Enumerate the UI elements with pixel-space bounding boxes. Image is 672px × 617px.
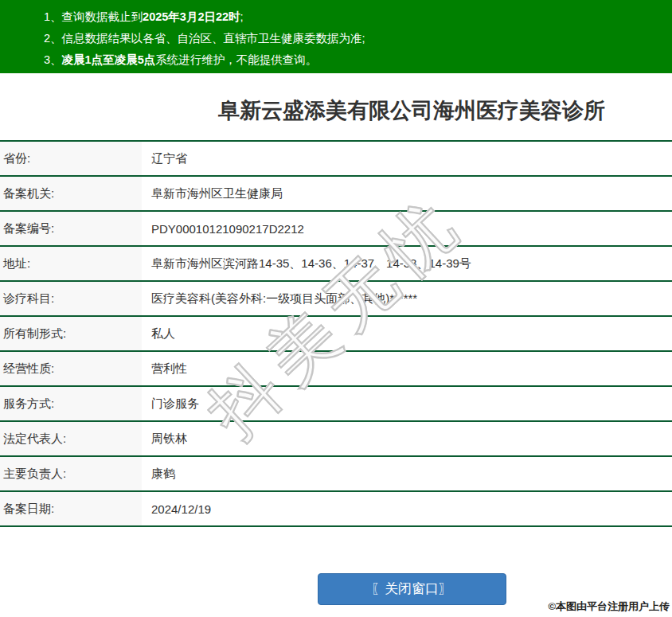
row-label: 备案编号: [0, 211, 142, 246]
notice-line-1: 1、查询数据截止到2025年3月2日22时; [44, 6, 672, 28]
row-label: 备案机关: [0, 176, 142, 211]
row-value: 私人 [142, 316, 672, 351]
row-value: 2024/12/19 [142, 491, 672, 526]
table-row: 经营性质: 营利性 [0, 351, 672, 386]
row-value: 门诊服务 [142, 386, 672, 421]
notice-3-suffix: 系统进行维护，不能提供查询。 [155, 53, 317, 66]
close-window-button[interactable]: 〖关闭窗口〗 [318, 573, 506, 605]
notice-line-2: 2、信息数据结果以各省、自治区、直辖市卫生健康委数据为准; [44, 28, 672, 49]
row-value: 营利性 [142, 351, 672, 386]
facility-detail-table: 省份: 辽宁省 备案机关: 阜新市海州区卫生健康局 备案编号: PDY00010… [0, 140, 672, 527]
notice-bar: 1、查询数据截止到2025年3月2日22时; 2、信息数据结果以各省、自治区、直… [0, 0, 672, 73]
row-label: 备案日期: [0, 491, 142, 526]
notice-3-text: 3、 [44, 53, 62, 66]
table-row: 备案日期: 2024/12/19 [0, 491, 672, 526]
table-row: 备案机关: 阜新市海州区卫生健康局 [0, 176, 672, 211]
row-label: 所有制形式: [0, 316, 142, 351]
row-label: 省份: [0, 141, 142, 176]
row-label: 服务方式: [0, 386, 142, 421]
row-value: 阜新市海州区卫生健康局 [142, 176, 672, 211]
row-value: 医疗美容科(美容外科:一级项目头面部、其他)****** [142, 281, 672, 316]
table-row: 诊疗科目: 医疗美容科(美容外科:一级项目头面部、其他)****** [0, 281, 672, 316]
page-title: 阜新云盛添美有限公司海州医疗美容诊所 [0, 73, 672, 140]
row-value: 康鹤 [142, 456, 672, 491]
notice-1-text: 1、查询数据截止到 [44, 10, 143, 23]
page-content: 1、查询数据截止到2025年3月2日22时; 2、信息数据结果以各省、自治区、直… [0, 0, 672, 605]
notice-1-bold: 2025年3月2日22时 [143, 10, 240, 23]
table-row: 法定代表人: 周铁林 [0, 421, 672, 456]
table-row: 服务方式: 门诊服务 [0, 386, 672, 421]
table-row: 所有制形式: 私人 [0, 316, 672, 351]
notice-line-3: 3、凌晨1点至凌晨5点系统进行维护，不能提供查询。 [44, 49, 672, 71]
table-row: 主要负责人: 康鹤 [0, 456, 672, 491]
page-viewport: 1、查询数据截止到2025年3月2日22时; 2、信息数据结果以各省、自治区、直… [0, 0, 672, 617]
table-row: 备案编号: PDY00010121090217D2212 [0, 211, 672, 246]
row-label: 法定代表人: [0, 421, 142, 456]
table-row: 省份: 辽宁省 [0, 141, 672, 176]
notice-1-suffix: ; [240, 10, 244, 23]
notice-2-text: 2、信息数据结果以各省、自治区、直辖市卫生健康委数据为准; [44, 32, 365, 45]
notice-3-bold: 凌晨1点至凌晨5点 [62, 53, 156, 66]
attribution-text: ©本图由平台注册用户上传 [548, 599, 670, 614]
table-row: 地址: 阜新市海州区滨河路14-35、14-36、14-37、14-38、14-… [0, 246, 672, 281]
row-label: 经营性质: [0, 351, 142, 386]
row-value: PDY00010121090217D2212 [142, 211, 672, 246]
row-value: 周铁林 [142, 421, 672, 456]
row-label: 地址: [0, 246, 142, 281]
row-label: 主要负责人: [0, 456, 142, 491]
row-value: 辽宁省 [142, 141, 672, 176]
row-label: 诊疗科目: [0, 281, 142, 316]
row-value: 阜新市海州区滨河路14-35、14-36、14-37、14-38、14-39号 [142, 246, 672, 281]
